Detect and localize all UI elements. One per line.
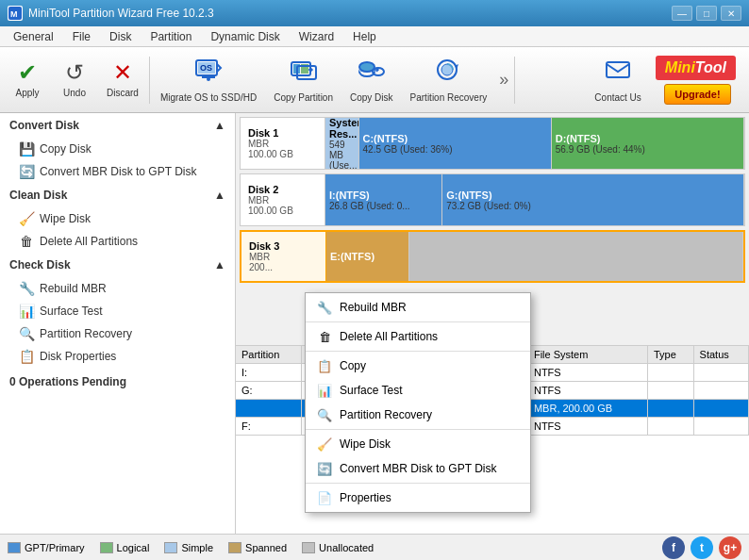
minimize-button[interactable]: — bbox=[672, 6, 692, 21]
disk-row-2: Disk 2 MBR 100.00 GB I:(NTFS) 26.8 GB (U… bbox=[240, 173, 745, 226]
ctx-wipe-disk[interactable]: 🧹 Wipe Disk bbox=[306, 432, 530, 456]
legend-logical: Logical bbox=[100, 542, 150, 553]
ctx-partition-recovery-icon: 🔍 bbox=[317, 407, 332, 422]
clean-disk-collapse-icon: ▲ bbox=[214, 189, 225, 202]
app-icon: M bbox=[8, 6, 23, 21]
contact-button[interactable]: Contact Us bbox=[586, 50, 649, 110]
menu-wizard[interactable]: Wizard bbox=[290, 28, 343, 45]
disk-row-1: Disk 1 MBR 100.00 GB System Res... 549 M… bbox=[240, 117, 745, 170]
partition-sysres[interactable]: System Res... 549 MB (Use... bbox=[325, 118, 359, 169]
toolbar-group-main: ✔ Apply ↺ Undo ✕ Discard OS Migrate OS t… bbox=[4, 47, 517, 112]
ctx-convert-mbr-gpt[interactable]: 🔄 Convert MBR Disk to GPT Disk bbox=[306, 456, 530, 481]
contact-label: Contact Us bbox=[594, 92, 641, 103]
menu-disk[interactable]: Disk bbox=[100, 28, 141, 45]
col-type: Type bbox=[647, 346, 693, 364]
toolbar-separator-2 bbox=[514, 57, 515, 104]
status-bar: GPT/Primary Logical Simple Spanned Unall… bbox=[0, 534, 749, 560]
partition-i[interactable]: I:(NTFS) 26.8 GB (Used: 0... bbox=[325, 174, 442, 225]
sidebar-section-check-disk[interactable]: Check Disk ▲ bbox=[0, 253, 235, 277]
disk-1-partitions: System Res... 549 MB (Use... C:(NTFS) 42… bbox=[325, 118, 744, 169]
undo-button[interactable]: ↺ Undo bbox=[51, 50, 98, 110]
sidebar-item-partition-recovery[interactable]: 🔍 Partition Recovery bbox=[0, 322, 235, 345]
copy-disk-button[interactable]: Copy Disk bbox=[341, 50, 402, 110]
partition-d[interactable]: D:(NTFS) 56.9 GB (Used: 44%) bbox=[552, 118, 744, 169]
menu-partition[interactable]: Partition bbox=[141, 28, 201, 45]
wipe-disk-icon: 🧹 bbox=[19, 211, 34, 226]
ctx-copy-icon: 📋 bbox=[317, 358, 332, 373]
pending-operations: 0 Operations Pending bbox=[0, 368, 235, 396]
legend-unallocated-label: Unallocated bbox=[319, 542, 374, 553]
partition-e[interactable]: E:(NTFS) bbox=[326, 232, 409, 281]
col-filesystem: File System bbox=[527, 346, 647, 364]
migrate-button[interactable]: OS Migrate OS to SSD/HD bbox=[152, 50, 265, 110]
maximize-button[interactable]: □ bbox=[696, 6, 717, 21]
ctx-copy[interactable]: 📋 Copy bbox=[306, 354, 530, 378]
disk-row-3: Disk 3 MBR 200... E:(NTFS) bbox=[240, 230, 745, 283]
ctx-separator-1 bbox=[306, 321, 530, 322]
ctx-convert-icon: 🔄 bbox=[317, 461, 332, 476]
disk-1-info: Disk 1 MBR 100.00 GB bbox=[241, 118, 325, 169]
sidebar: Convert Disk ▲ 💾 Copy Disk 🔄 Convert MBR… bbox=[0, 113, 236, 534]
sidebar-item-delete-all-partitions[interactable]: 🗑 Delete All Partitions bbox=[0, 230, 235, 253]
ctx-surface-test-icon: 📊 bbox=[317, 383, 332, 398]
discard-icon: ✕ bbox=[113, 61, 132, 84]
apply-button[interactable]: ✔ Apply bbox=[4, 50, 51, 110]
sidebar-item-rebuild-mbr[interactable]: 🔧 Rebuild MBR bbox=[0, 277, 235, 300]
copy-disk-icon bbox=[358, 57, 386, 89]
ctx-properties[interactable]: 📄 Properties bbox=[306, 486, 530, 510]
legend-spanned-color bbox=[228, 542, 241, 553]
more-tools-button[interactable]: » bbox=[495, 70, 512, 90]
check-disk-collapse-icon: ▲ bbox=[214, 258, 225, 272]
menu-help[interactable]: Help bbox=[343, 28, 386, 45]
toolbar-right: Contact Us MiniTool Upgrade! bbox=[586, 47, 745, 112]
ctx-separator-3 bbox=[306, 429, 530, 430]
surface-test-icon: 📊 bbox=[19, 304, 34, 319]
svg-point-5 bbox=[207, 77, 210, 81]
menu-file[interactable]: File bbox=[63, 28, 100, 45]
sidebar-section-convert-disk[interactable]: Convert Disk ▲ bbox=[0, 113, 235, 138]
legend-simple-color bbox=[164, 542, 177, 553]
delete-partitions-icon: 🗑 bbox=[19, 234, 34, 249]
col-status: Status bbox=[693, 346, 748, 364]
sidebar-item-surface-test[interactable]: 📊 Surface Test bbox=[0, 300, 235, 322]
googleplus-icon[interactable]: g+ bbox=[719, 536, 741, 559]
legend-logical-label: Logical bbox=[117, 542, 150, 553]
discard-label: Discard bbox=[107, 88, 139, 99]
menu-dynamic-disk[interactable]: Dynamic Disk bbox=[201, 28, 289, 45]
svg-rect-17 bbox=[607, 62, 629, 77]
sidebar-section-clean-disk[interactable]: Clean Disk ▲ bbox=[0, 183, 235, 207]
partition-recovery-button[interactable]: Partition Recovery bbox=[402, 50, 496, 110]
sidebar-item-convert-mbr-gpt[interactable]: 🔄 Convert MBR Disk to GPT Disk bbox=[0, 160, 235, 183]
legend-unallocated: Unallocated bbox=[302, 542, 374, 553]
sidebar-item-disk-properties[interactable]: 📋 Disk Properties bbox=[0, 345, 235, 368]
legend-gpt-primary: GPT/Primary bbox=[8, 542, 85, 553]
copy-partition-button[interactable]: Copy Partition bbox=[265, 50, 341, 110]
ctx-surface-test[interactable]: 📊 Surface Test bbox=[306, 378, 530, 403]
partition-unalloc[interactable] bbox=[409, 232, 743, 281]
close-button[interactable]: ✕ bbox=[721, 6, 741, 21]
upgrade-button[interactable]: Upgrade! bbox=[664, 84, 730, 105]
legend-simple-label: Simple bbox=[181, 542, 213, 553]
menu-general[interactable]: General bbox=[4, 28, 63, 45]
ctx-rebuild-mbr[interactable]: 🔧 Rebuild MBR bbox=[306, 295, 530, 320]
legend-gpt-label: GPT/Primary bbox=[25, 542, 85, 553]
col-partition: Partition bbox=[236, 346, 302, 364]
contact-icon bbox=[605, 57, 631, 89]
legend-unallocated-color bbox=[302, 542, 315, 553]
sidebar-item-wipe-disk[interactable]: 🧹 Wipe Disk bbox=[0, 207, 235, 230]
copy-partition-icon bbox=[290, 57, 318, 89]
partition-g[interactable]: G:(NTFS) 73.2 GB (Used: 0%) bbox=[442, 174, 744, 225]
toolbar-separator-1 bbox=[149, 57, 150, 104]
twitter-icon[interactable]: t bbox=[691, 536, 713, 559]
ctx-delete-all-partitions[interactable]: 🗑 Delete All Partitions bbox=[306, 324, 530, 349]
ctx-separator-2 bbox=[306, 351, 530, 352]
copy-partition-label: Copy Partition bbox=[274, 92, 333, 104]
discard-button[interactable]: ✕ Discard bbox=[98, 50, 147, 110]
ctx-partition-recovery[interactable]: 🔍 Partition Recovery bbox=[306, 403, 530, 427]
partition-c[interactable]: C:(NTFS) 42.5 GB (Used: 36%) bbox=[359, 118, 552, 169]
partition-recovery-icon bbox=[434, 57, 462, 89]
window-controls: — □ ✕ bbox=[672, 6, 741, 21]
menu-bar: General File Disk Partition Dynamic Disk… bbox=[0, 26, 749, 47]
sidebar-item-copy-disk[interactable]: 💾 Copy Disk bbox=[0, 138, 235, 160]
facebook-icon[interactable]: f bbox=[662, 536, 685, 559]
